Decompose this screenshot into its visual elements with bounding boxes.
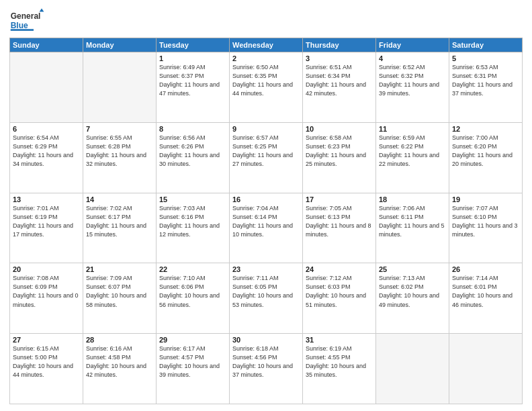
- day-info: Sunrise: 7:07 AM Sunset: 6:10 PM Dayligh…: [452, 204, 519, 239]
- day-header-wednesday: Wednesday: [230, 38, 303, 52]
- calendar-cell: 25Sunrise: 7:13 AM Sunset: 6:02 PM Dayli…: [376, 263, 449, 334]
- calendar-cell: 28Sunrise: 6:16 AM Sunset: 4:58 PM Dayli…: [83, 334, 157, 404]
- calendar-cell: 23Sunrise: 7:11 AM Sunset: 6:05 PM Dayli…: [230, 263, 303, 334]
- calendar-cell: 11Sunrise: 6:59 AM Sunset: 6:22 PM Dayli…: [376, 122, 449, 193]
- day-number: 24: [306, 265, 373, 273]
- calendar-cell: 20Sunrise: 7:08 AM Sunset: 6:09 PM Dayli…: [10, 263, 83, 334]
- day-number: 18: [379, 195, 446, 203]
- day-header-monday: Monday: [83, 38, 157, 52]
- day-number: 30: [232, 336, 300, 344]
- day-number: 22: [159, 265, 226, 273]
- day-info: Sunrise: 6:59 AM Sunset: 6:22 PM Dayligh…: [379, 134, 446, 169]
- calendar-cell: 16Sunrise: 7:04 AM Sunset: 6:14 PM Dayli…: [230, 193, 303, 263]
- day-number: 1: [159, 54, 226, 62]
- day-number: 15: [159, 195, 226, 203]
- svg-text:General: General: [11, 11, 41, 21]
- day-number: 19: [452, 195, 519, 203]
- day-number: 25: [379, 265, 446, 273]
- day-info: Sunrise: 6:56 AM Sunset: 6:26 PM Dayligh…: [159, 134, 226, 169]
- day-header-tuesday: Tuesday: [157, 38, 230, 52]
- logo-icon: General Blue: [9, 7, 50, 34]
- day-header-thursday: Thursday: [303, 38, 376, 52]
- day-number: 11: [379, 125, 446, 133]
- calendar-table: SundayMondayTuesdayWednesdayThursdayFrid…: [9, 38, 523, 404]
- day-info: Sunrise: 7:12 AM Sunset: 6:03 PM Dayligh…: [306, 274, 373, 309]
- day-number: 9: [232, 125, 300, 133]
- calendar-cell: 13Sunrise: 7:01 AM Sunset: 6:19 PM Dayli…: [10, 193, 83, 263]
- svg-rect-3: [11, 29, 34, 31]
- calendar-cell: [449, 334, 523, 404]
- day-info: Sunrise: 7:09 AM Sunset: 6:07 PM Dayligh…: [86, 274, 153, 309]
- calendar-cell: 7Sunrise: 6:55 AM Sunset: 6:28 PM Daylig…: [83, 122, 157, 193]
- day-number: 13: [13, 195, 80, 203]
- day-info: Sunrise: 6:19 AM Sunset: 4:55 PM Dayligh…: [306, 345, 373, 379]
- calendar-cell: 30Sunrise: 6:18 AM Sunset: 4:56 PM Dayli…: [230, 334, 303, 404]
- day-info: Sunrise: 7:13 AM Sunset: 6:02 PM Dayligh…: [379, 274, 446, 309]
- calendar-cell: 1Sunrise: 6:49 AM Sunset: 6:37 PM Daylig…: [157, 52, 230, 123]
- calendar-cell: [10, 52, 83, 123]
- day-info: Sunrise: 6:15 AM Sunset: 5:00 PM Dayligh…: [13, 345, 80, 379]
- day-number: 12: [452, 125, 519, 133]
- day-info: Sunrise: 7:11 AM Sunset: 6:05 PM Dayligh…: [232, 274, 300, 309]
- calendar-header: SundayMondayTuesdayWednesdayThursdayFrid…: [10, 38, 523, 52]
- day-info: Sunrise: 6:55 AM Sunset: 6:28 PM Dayligh…: [86, 134, 153, 169]
- calendar-cell: 5Sunrise: 6:53 AM Sunset: 6:31 PM Daylig…: [449, 52, 523, 123]
- day-info: Sunrise: 6:16 AM Sunset: 4:58 PM Dayligh…: [86, 345, 153, 379]
- day-number: 2: [232, 54, 300, 62]
- calendar-cell: 15Sunrise: 7:03 AM Sunset: 6:16 PM Dayli…: [157, 193, 230, 263]
- calendar-cell: 19Sunrise: 7:07 AM Sunset: 6:10 PM Dayli…: [449, 193, 523, 263]
- calendar-cell: 8Sunrise: 6:56 AM Sunset: 6:26 PM Daylig…: [157, 122, 230, 193]
- calendar-cell: 31Sunrise: 6:19 AM Sunset: 4:55 PM Dayli…: [303, 334, 376, 404]
- day-info: Sunrise: 7:10 AM Sunset: 6:06 PM Dayligh…: [159, 274, 226, 309]
- day-number: 27: [13, 336, 80, 344]
- day-header-saturday: Saturday: [449, 38, 523, 52]
- calendar-cell: [376, 334, 449, 404]
- day-info: Sunrise: 7:02 AM Sunset: 6:17 PM Dayligh…: [86, 204, 153, 239]
- calendar-cell: 27Sunrise: 6:15 AM Sunset: 5:00 PM Dayli…: [10, 334, 83, 404]
- day-number: 29: [159, 336, 226, 344]
- day-number: 4: [379, 54, 446, 62]
- svg-text:Blue: Blue: [11, 21, 28, 30]
- calendar-cell: 2Sunrise: 6:50 AM Sunset: 6:35 PM Daylig…: [230, 52, 303, 123]
- day-info: Sunrise: 6:58 AM Sunset: 6:23 PM Dayligh…: [306, 134, 373, 169]
- day-number: 31: [306, 336, 373, 344]
- calendar-cell: 26Sunrise: 7:14 AM Sunset: 6:01 PM Dayli…: [449, 263, 523, 334]
- calendar-week-2: 6Sunrise: 6:54 AM Sunset: 6:29 PM Daylig…: [10, 122, 523, 193]
- day-info: Sunrise: 7:14 AM Sunset: 6:01 PM Dayligh…: [452, 274, 519, 309]
- calendar-cell: 29Sunrise: 6:17 AM Sunset: 4:57 PM Dayli…: [157, 334, 230, 404]
- day-info: Sunrise: 6:50 AM Sunset: 6:35 PM Dayligh…: [232, 63, 300, 98]
- day-number: 23: [232, 265, 300, 273]
- day-number: 8: [159, 125, 226, 133]
- day-number: 10: [306, 125, 373, 133]
- day-info: Sunrise: 6:49 AM Sunset: 6:37 PM Dayligh…: [159, 63, 226, 98]
- days-header-row: SundayMondayTuesdayWednesdayThursdayFrid…: [10, 38, 523, 52]
- day-info: Sunrise: 6:57 AM Sunset: 6:25 PM Dayligh…: [232, 134, 300, 169]
- calendar-cell: 17Sunrise: 7:05 AM Sunset: 6:13 PM Dayli…: [303, 193, 376, 263]
- day-number: 6: [13, 125, 80, 133]
- day-info: Sunrise: 6:54 AM Sunset: 6:29 PM Dayligh…: [13, 134, 80, 169]
- day-number: 26: [452, 265, 519, 273]
- calendar-cell: 6Sunrise: 6:54 AM Sunset: 6:29 PM Daylig…: [10, 122, 83, 193]
- calendar-cell: 4Sunrise: 6:52 AM Sunset: 6:32 PM Daylig…: [376, 52, 449, 123]
- day-number: 21: [86, 265, 153, 273]
- calendar-cell: 10Sunrise: 6:58 AM Sunset: 6:23 PM Dayli…: [303, 122, 376, 193]
- day-info: Sunrise: 7:00 AM Sunset: 6:20 PM Dayligh…: [452, 134, 519, 169]
- calendar-cell: [83, 52, 157, 123]
- calendar-week-3: 13Sunrise: 7:01 AM Sunset: 6:19 PM Dayli…: [10, 193, 523, 263]
- calendar-week-4: 20Sunrise: 7:08 AM Sunset: 6:09 PM Dayli…: [10, 263, 523, 334]
- day-number: 16: [232, 195, 300, 203]
- day-info: Sunrise: 6:17 AM Sunset: 4:57 PM Dayligh…: [159, 345, 226, 379]
- day-number: 28: [86, 336, 153, 344]
- day-info: Sunrise: 7:08 AM Sunset: 6:09 PM Dayligh…: [13, 274, 80, 309]
- day-info: Sunrise: 7:04 AM Sunset: 6:14 PM Dayligh…: [232, 204, 300, 239]
- day-info: Sunrise: 6:53 AM Sunset: 6:31 PM Dayligh…: [452, 63, 519, 98]
- day-info: Sunrise: 7:05 AM Sunset: 6:13 PM Dayligh…: [306, 204, 373, 239]
- calendar-cell: 14Sunrise: 7:02 AM Sunset: 6:17 PM Dayli…: [83, 193, 157, 263]
- calendar-cell: 3Sunrise: 6:51 AM Sunset: 6:34 PM Daylig…: [303, 52, 376, 123]
- day-info: Sunrise: 7:01 AM Sunset: 6:19 PM Dayligh…: [13, 204, 80, 239]
- calendar-cell: 18Sunrise: 7:06 AM Sunset: 6:11 PM Dayli…: [376, 193, 449, 263]
- day-number: 5: [452, 54, 519, 62]
- day-info: Sunrise: 6:52 AM Sunset: 6:32 PM Dayligh…: [379, 63, 446, 98]
- day-header-sunday: Sunday: [10, 38, 83, 52]
- header: General Blue: [9, 7, 523, 34]
